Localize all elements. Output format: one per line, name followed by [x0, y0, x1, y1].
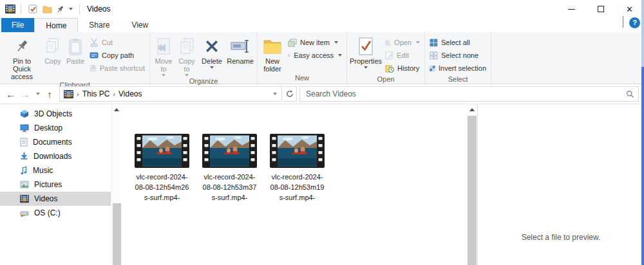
sidebar-item-music[interactable]: Music	[0, 163, 111, 178]
refresh-button[interactable]	[283, 86, 297, 102]
address-bar[interactable]: › This PC › Videos	[59, 86, 282, 102]
up-button[interactable]: ↑	[43, 86, 57, 102]
app-icon	[5, 2, 16, 16]
scroll-up-arrow[interactable]	[112, 104, 121, 115]
tab-home[interactable]: Home	[34, 18, 78, 32]
cut-button[interactable]: Cut	[87, 36, 147, 49]
ribbon-group-new: New folder New item Easy access New	[258, 32, 347, 84]
scrollbar-thumb[interactable]	[113, 203, 121, 265]
qat-new-folder-button[interactable]	[40, 2, 54, 16]
file-name: vlc-record-2024-08-08-12h53m19s-surf.mp4…	[270, 172, 325, 203]
address-dropdown-button[interactable]	[267, 87, 281, 101]
chevron-down-icon	[338, 54, 342, 57]
forward-button[interactable]: →	[18, 86, 32, 102]
documents-icon	[20, 138, 28, 147]
paste-shortcut-button[interactable]: Paste shortcut	[87, 62, 147, 75]
properties-check-icon	[28, 5, 38, 14]
rename-button[interactable]: Rename	[225, 33, 255, 77]
breadcrumb-this-pc[interactable]: This PC	[82, 89, 110, 98]
select-none-icon	[430, 51, 438, 60]
invert-selection-button[interactable]: Invert selection	[427, 62, 489, 75]
sidebar-item-pictures[interactable]: Pictures	[0, 178, 111, 192]
new-item-button[interactable]: New item	[285, 36, 345, 49]
video-thumbnail[interactable]	[270, 134, 325, 168]
folder-icon	[43, 5, 52, 14]
file-list-scrollbar[interactable]	[467, 104, 477, 265]
delete-button[interactable]: Delete	[198, 33, 225, 77]
chevron-down-icon	[334, 41, 338, 44]
chevron-down-icon	[273, 93, 277, 95]
qat-pin-button[interactable]	[54, 2, 66, 16]
maximize-button[interactable]	[586, 0, 615, 18]
back-button[interactable]: ←	[4, 86, 18, 102]
history-button[interactable]: History	[383, 62, 422, 75]
scroll-up-arrow[interactable]	[467, 104, 477, 115]
ribbon-tabs: File Home Share View	[0, 18, 644, 32]
navigation-bar: ← → ↑ › This PC › Videos	[0, 84, 644, 104]
breadcrumb-chevron: ›	[113, 90, 115, 98]
drive-icon	[20, 209, 29, 217]
group-label-select: Select	[425, 75, 491, 85]
breadcrumb-chevron: ›	[77, 90, 79, 98]
qat-customize-dropdown[interactable]	[66, 2, 75, 16]
pictures-icon	[20, 181, 29, 188]
collapse-ribbon-button[interactable]	[623, 17, 623, 28]
copy-button[interactable]: Copy	[42, 33, 64, 80]
group-label-open: Open	[347, 75, 424, 85]
scrollbar-thumb[interactable]	[468, 116, 477, 265]
file-item[interactable]: vlc-record-2024-08-08-12h53m19s-surf.mp4…	[270, 134, 325, 203]
new-folder-button[interactable]: New folder	[260, 33, 285, 73]
minimize-button[interactable]	[557, 0, 586, 18]
video-thumbnail[interactable]	[135, 134, 189, 168]
copy-path-button[interactable]: Copy path	[87, 49, 147, 62]
select-all-button[interactable]: Select all	[427, 36, 489, 49]
desktop-icon	[20, 124, 29, 132]
tab-file[interactable]: File	[1, 18, 34, 32]
close-button[interactable]: ✕	[615, 0, 644, 18]
copy-to-button[interactable]: Copy to	[175, 33, 198, 77]
chevron-down-icon	[210, 66, 214, 69]
sidebar-item-os-c[interactable]: OS (C:)	[0, 206, 111, 220]
paste-button[interactable]: Paste	[64, 33, 87, 80]
ribbon-group-organize: Move to Copy to Delete	[150, 32, 258, 84]
ribbon-group-open: Properties Open Edit History	[347, 32, 425, 84]
breadcrumb-current[interactable]: Videos	[118, 89, 142, 98]
file-name: vlc-record-2024-08-08-12h53m37s-surf.mp4…	[203, 172, 257, 203]
move-to-button[interactable]: Move to	[152, 33, 175, 77]
rename-icon	[231, 35, 250, 57]
preview-pane: Select a file to preview.	[477, 104, 644, 265]
window-title: Videos	[87, 5, 110, 14]
maximize-icon	[598, 6, 604, 12]
sidebar-item-downloads[interactable]: Downloads	[0, 149, 111, 163]
search-input[interactable]	[306, 89, 626, 98]
recent-locations-button[interactable]	[32, 86, 43, 102]
group-label-organize: Organize	[150, 77, 257, 87]
ribbon-group-select: Select all Select none Invert selection …	[425, 32, 491, 84]
file-item[interactable]: vlc-record-2024-08-08-12h54m26s-surf.mp4…	[135, 134, 189, 203]
search-icon	[626, 90, 634, 98]
properties-button[interactable]: Properties	[349, 33, 383, 75]
pin-to-quick-access-button[interactable]: Pin to Quick access	[2, 33, 42, 80]
preview-message: Select a file to preview.	[478, 233, 644, 242]
select-all-icon	[430, 39, 438, 47]
help-button[interactable]: ?	[629, 17, 640, 28]
select-none-button[interactable]: Select none	[427, 49, 489, 62]
sidebar-item-3d-objects[interactable]: 3D Objects	[0, 107, 111, 121]
file-item[interactable]: vlc-record-2024-08-08-12h53m37s-surf.mp4…	[202, 134, 257, 203]
edit-button[interactable]: Edit	[383, 49, 422, 62]
sidebar-item-desktop[interactable]: Desktop	[0, 121, 111, 135]
paste-shortcut-icon	[90, 64, 97, 73]
open-button[interactable]: Open	[383, 36, 422, 49]
video-thumbnail[interactable]	[202, 134, 257, 168]
qat-properties-button[interactable]	[26, 2, 40, 16]
sidebar-item-documents[interactable]: Documents	[0, 135, 111, 149]
easy-access-button[interactable]: Easy access	[285, 49, 345, 62]
search-box[interactable]	[299, 86, 639, 102]
copy-icon	[45, 35, 61, 57]
divider	[79, 4, 80, 14]
tab-view[interactable]: View	[120, 18, 159, 32]
copy-path-icon	[90, 51, 99, 59]
sidebar-scrollbar[interactable]	[111, 104, 121, 265]
tab-share[interactable]: Share	[78, 18, 120, 32]
sidebar-item-videos[interactable]: Videos	[0, 192, 111, 206]
